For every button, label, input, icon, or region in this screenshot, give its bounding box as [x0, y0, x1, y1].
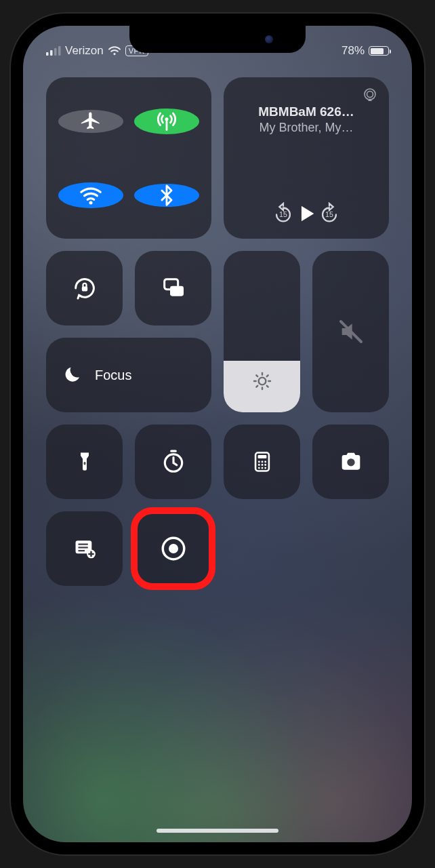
svg-rect-3 — [58, 46, 61, 56]
quick-note-button[interactable] — [46, 511, 123, 586]
timer-button[interactable] — [135, 425, 211, 499]
brightness-slider[interactable] — [224, 251, 300, 412]
play-button[interactable] — [295, 202, 318, 225]
airplane-icon — [79, 110, 102, 133]
media-subtitle: My Brother, My… — [259, 121, 353, 135]
svg-point-19 — [261, 461, 263, 463]
svg-point-6 — [365, 89, 375, 100]
volume-slider[interactable] — [312, 251, 389, 412]
svg-point-13 — [258, 378, 266, 385]
antenna-icon — [154, 108, 180, 134]
svg-point-5 — [89, 201, 92, 204]
calculator-icon — [251, 450, 274, 473]
calculator-button[interactable] — [224, 425, 300, 499]
bluetooth-icon — [155, 184, 178, 207]
focus-button[interactable]: Focus — [46, 338, 211, 412]
svg-point-26 — [264, 467, 266, 469]
svg-point-23 — [264, 464, 266, 466]
record-icon — [159, 534, 188, 563]
wifi-toggle[interactable] — [58, 182, 123, 208]
svg-text:15: 15 — [325, 210, 333, 218]
orientation-lock-icon — [71, 275, 98, 302]
screen-mirroring-button[interactable] — [135, 251, 211, 326]
volume-mute-icon — [337, 318, 365, 345]
battery-percent: 78% — [341, 44, 365, 58]
media-title: MBMBaM 626… — [258, 104, 354, 119]
svg-point-22 — [261, 464, 263, 466]
media-transport: 15 15 — [268, 195, 345, 229]
cellular-data-toggle[interactable] — [134, 108, 199, 134]
svg-point-18 — [257, 461, 260, 463]
home-indicator[interactable] — [157, 829, 278, 833]
svg-rect-2 — [54, 48, 57, 56]
phone-frame: Verizon VPN 78% — [11, 14, 424, 854]
airplay-icon[interactable] — [362, 87, 378, 103]
svg-point-25 — [261, 467, 263, 469]
bluetooth-toggle[interactable] — [134, 184, 199, 207]
orientation-lock-button[interactable] — [46, 251, 123, 326]
flashlight-icon — [72, 450, 97, 474]
focus-label: Focus — [95, 368, 131, 383]
svg-rect-14 — [83, 462, 85, 465]
svg-point-4 — [165, 117, 168, 121]
svg-rect-17 — [257, 455, 266, 458]
svg-point-24 — [257, 467, 260, 469]
carrier-label: Verizon — [65, 44, 104, 58]
notch — [129, 26, 306, 53]
wifi-status-icon — [108, 46, 121, 56]
camera-button[interactable] — [312, 425, 389, 499]
connectivity-group[interactable] — [46, 77, 211, 239]
svg-point-31 — [169, 544, 178, 553]
svg-text:15: 15 — [279, 210, 287, 218]
status-right: 78% — [341, 44, 389, 58]
screen: Verizon VPN 78% — [23, 26, 412, 842]
svg-point-20 — [264, 461, 266, 463]
svg-rect-12 — [170, 286, 184, 296]
cellular-signal-icon — [46, 46, 61, 56]
svg-point-7 — [367, 92, 373, 98]
media-controls-group[interactable]: MBMBaM 626… My Brother, My… 15 — [224, 77, 389, 239]
skip-back-button[interactable]: 15 — [272, 202, 295, 225]
skip-forward-button[interactable]: 15 — [318, 202, 341, 225]
camera-icon — [337, 448, 365, 475]
moon-icon — [62, 365, 83, 385]
timer-icon — [161, 449, 186, 475]
svg-point-27 — [347, 458, 354, 466]
note-icon — [72, 536, 98, 561]
airplane-mode-toggle[interactable] — [58, 110, 123, 133]
sun-icon — [251, 370, 273, 392]
screen-mirroring-icon — [160, 275, 187, 302]
flashlight-button[interactable] — [46, 425, 123, 499]
svg-rect-1 — [50, 50, 53, 56]
screen-recording-button[interactable] — [135, 511, 211, 586]
control-center: MBMBaM 626… My Brother, My… 15 — [46, 77, 389, 586]
svg-rect-0 — [46, 52, 49, 56]
wifi-icon — [78, 182, 104, 208]
svg-point-21 — [257, 464, 260, 466]
battery-icon — [369, 46, 389, 56]
